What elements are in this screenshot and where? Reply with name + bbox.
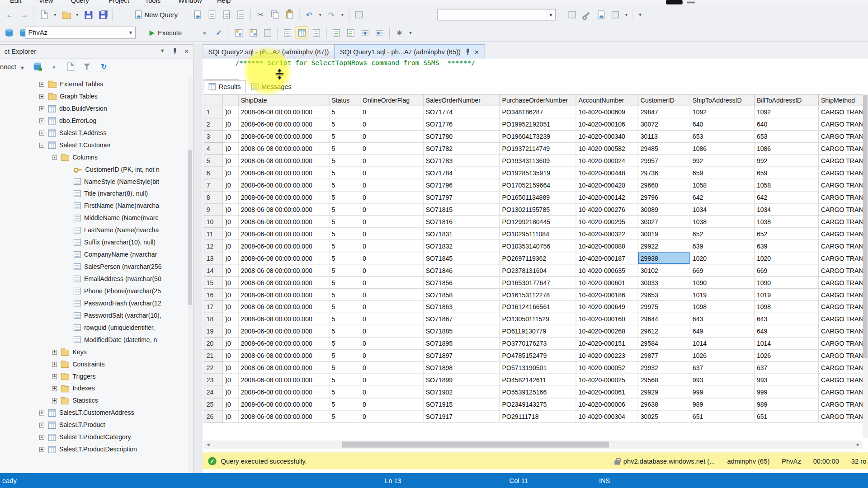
expand-icon[interactable]: + (39, 435, 44, 440)
grid-cell[interactable]: 1092 (754, 106, 818, 118)
tree-item[interactable]: +SalesLT.Address (0, 127, 188, 139)
menu-project[interactable]: Project (108, 0, 129, 5)
grid-cell[interactable]: 5 (329, 130, 360, 142)
scrollbar-thumb[interactable] (188, 150, 192, 305)
grid-cell[interactable]: 10-4020-000268 (576, 325, 638, 337)
grid-cell[interactable]: CARGO TRAN (818, 410, 863, 422)
grid-cell[interactable]: 1058 (690, 179, 754, 191)
grid-cell[interactable]: 30025 (638, 410, 690, 422)
row-number-cell[interactable]: 10 (204, 216, 223, 228)
tree-item[interactable]: PasswordHash (varchar(12 (0, 297, 188, 310)
row-number-cell[interactable]: 21 (204, 349, 223, 361)
script-icon[interactable] (64, 60, 77, 73)
grid-cell[interactable]: 2008-06-08 00:00:00.000 (238, 313, 329, 325)
grid-cell[interactable]: SO71885 (423, 325, 500, 337)
tree-item[interactable]: +Graph Tables (0, 90, 188, 103)
grid-cell[interactable]: 29653 (638, 289, 690, 301)
grid-cell[interactable]: 10-4020-000186 (576, 289, 638, 301)
grid-cell[interactable]: 30072 (638, 118, 690, 130)
grid-cell[interactable]: 1090 (754, 277, 818, 289)
grid-cell[interactable]: 2008-06-08 00:00:00.000 (238, 337, 329, 349)
grid-cell[interactable]: 1098 (690, 301, 754, 313)
grid-cell[interactable]: 0 (360, 337, 424, 349)
grid-cell[interactable]: 2008-06-08 00:00:00.000 (238, 155, 329, 167)
grid-cell[interactable]: PO3770176273 (500, 337, 576, 349)
grid-cell[interactable]: )0 (223, 240, 238, 252)
query-options-icon[interactable] (261, 27, 274, 39)
grid-cell[interactable]: 993 (754, 374, 818, 386)
menu-window[interactable]: Window (178, 0, 202, 5)
grid-cell[interactable]: 2008-06-08 00:00:00.000 (238, 167, 329, 179)
tree-item[interactable]: PasswordSalt (varchar(10), (0, 309, 188, 321)
disconnect-icon[interactable] (31, 60, 44, 73)
grid-cell[interactable]: )0 (223, 289, 238, 301)
tree-item[interactable]: +SalesLT.ProductCategory (0, 431, 188, 443)
grid-cell[interactable]: SO71902 (423, 386, 500, 398)
grid-cell[interactable]: 1026 (754, 349, 818, 361)
grid-cell[interactable]: PO13021155785 (500, 203, 576, 216)
grid-cell[interactable]: 2008-06-08 00:00:00.000 (238, 374, 329, 386)
document-tab[interactable]: SQLQuery2.sql - ph...Az (adminphv (87)) (203, 44, 335, 59)
row-number-cell[interactable]: 23 (204, 374, 223, 386)
grid-cell[interactable]: )0 (223, 361, 238, 374)
grid-cell[interactable]: 2008-06-08 00:00:00.000 (238, 410, 329, 422)
row-number-cell[interactable]: 5 (204, 155, 223, 167)
grid-cell[interactable]: 5 (329, 252, 360, 264)
grid-cell[interactable]: 2008-06-08 00:00:00.000 (238, 349, 329, 361)
grid-cell[interactable]: 649 (754, 325, 818, 337)
grid-cell[interactable]: )0 (223, 106, 238, 118)
tree-item[interactable]: +Indexes (0, 382, 188, 394)
dropdown-caret-icon[interactable]: ▼ (317, 8, 323, 21)
grid-cell[interactable]: 10-4020-000151 (576, 337, 638, 349)
menu-help[interactable]: Help (217, 0, 231, 5)
grid-cell[interactable]: 30102 (638, 264, 690, 277)
grid-cell[interactable]: 30113 (638, 130, 690, 142)
grid-cell[interactable]: SO71897 (423, 349, 500, 361)
grid-cell[interactable]: 0 (360, 240, 424, 252)
grid-cell[interactable]: 0 (360, 349, 424, 361)
tree-item[interactable]: NameStyle (NameStyle(bit (0, 175, 188, 188)
uncomment-icon[interactable] (344, 27, 357, 39)
tree-item[interactable]: EmailAddress (nvarchar(50 (0, 273, 188, 285)
tree-item[interactable]: +External Tables (0, 78, 188, 90)
grid-cell[interactable]: 2008-06-08 00:00:00.000 (238, 240, 329, 252)
save-icon[interactable] (82, 8, 94, 21)
grid-cell[interactable]: 652 (754, 228, 818, 240)
row-number-cell[interactable]: 19 (204, 325, 223, 337)
dropdown-caret-icon[interactable]: ▼ (340, 8, 345, 21)
grid-cell[interactable]: PO12992180445 (500, 216, 576, 228)
row-number-cell[interactable]: 7 (204, 179, 223, 191)
row-number-cell[interactable]: 14 (204, 264, 223, 277)
column-header-AccountNumber[interactable]: AccountNumber (576, 94, 638, 106)
expand-icon[interactable]: + (52, 374, 57, 379)
grid-cell[interactable]: CARGO TRAN (818, 361, 863, 374)
grid-cell[interactable]: CARGO TRAN (818, 216, 863, 228)
cut-icon[interactable]: ✂ (254, 8, 267, 21)
grid-cell[interactable]: 0 (360, 374, 424, 386)
grid-cell[interactable]: 5 (329, 228, 360, 240)
grid-cell[interactable]: PO16153112278 (500, 289, 576, 301)
grid-cell[interactable]: )0 (223, 216, 238, 228)
grid-cell[interactable]: 10-4020-000448 (576, 167, 638, 179)
grid-cell[interactable]: 29485 (638, 142, 690, 155)
expand-icon[interactable]: + (52, 398, 57, 403)
wrench-icon[interactable] (580, 8, 593, 21)
grid-cell[interactable]: CARGO TRAN (818, 289, 863, 301)
grid-cell[interactable]: 10-4020-000088 (576, 240, 638, 252)
grid-cell[interactable]: 5 (329, 191, 360, 203)
grid-cell[interactable]: PO4582142611 (500, 374, 576, 386)
grid-cell[interactable]: )0 (223, 313, 238, 325)
row-number-cell[interactable]: 9 (204, 203, 223, 216)
grid-cell[interactable]: 992 (754, 155, 818, 167)
grid-cell[interactable]: 2008-06-08 00:00:00.000 (238, 191, 329, 203)
grid-cell[interactable]: 5 (329, 142, 360, 155)
row-number-cell[interactable]: 6 (204, 167, 223, 179)
grid-cell[interactable]: )0 (223, 167, 238, 179)
grid-cell[interactable]: 5 (329, 203, 360, 216)
grid-cell[interactable]: CARGO TRAN (818, 374, 863, 386)
grid-cell[interactable]: CARGO TRAN (818, 240, 863, 252)
estimated-plan-icon[interactable] (232, 27, 245, 39)
grid-cell[interactable]: SO71858 (423, 289, 500, 301)
grid-cell[interactable]: 10-4020-000601 (576, 277, 638, 289)
tree-item[interactable]: +SalesLT.ProductDescription (0, 443, 188, 455)
